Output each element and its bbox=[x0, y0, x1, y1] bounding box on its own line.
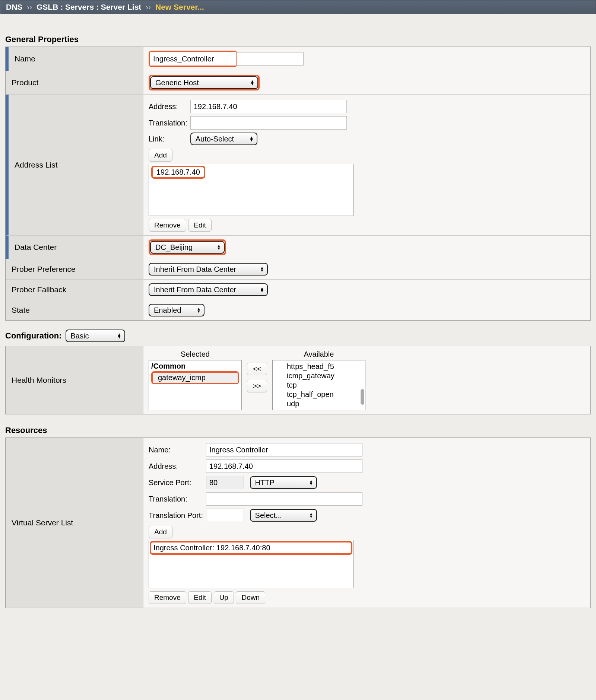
vs-port-proto-select[interactable]: HTTP ▲▼ bbox=[250, 476, 317, 489]
config-mode-value: Basic bbox=[71, 332, 89, 340]
section-title-config: Configuration: bbox=[5, 331, 62, 341]
section-title-general: General Properties bbox=[5, 35, 591, 44]
available-monitor-item[interactable]: tcp bbox=[285, 381, 363, 390]
updown-icon: ▲▼ bbox=[260, 287, 264, 292]
vs-address-label: Address: bbox=[149, 458, 206, 474]
proberfb-select[interactable]: Inherit From Data Center ▲▼ bbox=[149, 283, 268, 296]
vs-translation-input[interactable] bbox=[206, 492, 362, 506]
breadcrumb-root[interactable]: DNS bbox=[6, 3, 22, 11]
health-monitors-label: Health Monitors bbox=[6, 346, 143, 414]
move-left-button[interactable]: << bbox=[247, 363, 267, 375]
address-edit-button[interactable]: Edit bbox=[188, 219, 212, 232]
available-monitor-item[interactable]: icmp_gateway bbox=[285, 371, 363, 381]
address-list-item[interactable]: 192.168.7.40 bbox=[155, 168, 202, 176]
product-label: Product bbox=[6, 71, 143, 94]
vs-add-button[interactable]: Add bbox=[149, 526, 172, 538]
name-label: Name bbox=[9, 47, 143, 71]
address-listbox[interactable]: 192.168.7.40 bbox=[149, 164, 354, 216]
updown-icon: ▲▼ bbox=[117, 333, 121, 338]
move-right-button[interactable]: >> bbox=[247, 380, 267, 392]
link-select-value: Auto-Select bbox=[196, 135, 234, 143]
section-title-resources: Resources bbox=[5, 426, 591, 435]
vs-list-item[interactable]: Ingress Controller: 192.168.7.40:80 bbox=[151, 542, 351, 553]
proberpref-select[interactable]: Inherit From Data Center ▲▼ bbox=[149, 263, 268, 276]
breadcrumb-sep: ›› bbox=[146, 3, 151, 11]
address-sublabel: Address: bbox=[149, 98, 190, 115]
available-monitor-item[interactable]: udp bbox=[285, 399, 363, 408]
link-select[interactable]: Auto-Select ▲▼ bbox=[190, 133, 257, 145]
address-input[interactable] bbox=[190, 100, 347, 113]
breadcrumb-sep: ›› bbox=[27, 3, 32, 11]
translation-sublabel: Translation: bbox=[149, 115, 190, 131]
name-input[interactable] bbox=[150, 52, 236, 66]
proberfb-label: Prober Fallback bbox=[6, 280, 143, 300]
vs-name-label: Name: bbox=[149, 442, 206, 458]
vs-port-label: Service Port: bbox=[149, 474, 206, 491]
name-input-ext[interactable] bbox=[237, 52, 304, 66]
updown-icon: ▲▼ bbox=[260, 267, 264, 272]
vs-listbox[interactable]: Ingress Controller: 192.168.7.40:80 bbox=[149, 540, 354, 588]
vs-translation-label: Translation: bbox=[149, 491, 206, 507]
available-monitor-item[interactable]: tcp_half_open bbox=[285, 390, 363, 399]
selected-heading: Selected bbox=[149, 350, 242, 360]
general-panel: Name Product Generic Host ▲▼ Address Lis… bbox=[5, 47, 591, 321]
breadcrumb-current: New Server... bbox=[155, 3, 204, 11]
selected-monitor-item[interactable]: gateway_icmp bbox=[153, 373, 238, 383]
available-monitor-item[interactable]: https_head_f5 bbox=[285, 362, 363, 371]
updown-icon: ▲▼ bbox=[250, 136, 254, 141]
link-sublabel: Link: bbox=[149, 131, 190, 147]
datacenter-select-value: DC_Beijing bbox=[155, 243, 193, 252]
proberpref-label: Prober Preference bbox=[6, 259, 143, 279]
vs-down-button[interactable]: Down bbox=[236, 591, 265, 604]
resources-panel: Virtual Server List Name: Address: Servi… bbox=[5, 438, 591, 608]
vs-tport-label: Translation Port: bbox=[149, 507, 206, 524]
updown-icon: ▲▼ bbox=[217, 245, 221, 250]
vs-edit-button[interactable]: Edit bbox=[188, 591, 212, 604]
breadcrumb-path[interactable]: GSLB : Servers : Server List bbox=[37, 3, 141, 11]
selected-group-header: /Common bbox=[151, 362, 239, 370]
addresslist-label: Address List bbox=[9, 95, 143, 235]
state-label: State bbox=[6, 300, 143, 320]
vslist-label: Virtual Server List bbox=[6, 438, 143, 608]
vs-port-input[interactable] bbox=[206, 476, 244, 489]
vs-up-button[interactable]: Up bbox=[214, 591, 234, 604]
translation-input[interactable] bbox=[190, 116, 347, 130]
updown-icon: ▲▼ bbox=[197, 308, 201, 313]
state-select[interactable]: Enabled ▲▼ bbox=[149, 304, 205, 316]
vs-name-input[interactable] bbox=[206, 443, 362, 456]
address-add-button[interactable]: Add bbox=[149, 149, 172, 162]
vs-address-input[interactable] bbox=[206, 459, 362, 473]
state-select-value: Enabled bbox=[154, 306, 181, 315]
vs-remove-button[interactable]: Remove bbox=[149, 591, 186, 604]
breadcrumb: DNS ›› GSLB : Servers : Server List ›› N… bbox=[0, 0, 596, 14]
datacenter-select[interactable]: DC_Beijing ▲▼ bbox=[150, 241, 225, 254]
address-remove-button[interactable]: Remove bbox=[149, 219, 186, 232]
available-heading: Available bbox=[272, 350, 365, 360]
updown-icon: ▲▼ bbox=[309, 513, 313, 518]
available-monitors-listbox[interactable]: https_head_f5 icmp_gateway tcp tcp_half_… bbox=[272, 360, 365, 410]
config-mode-select[interactable]: Basic ▲▼ bbox=[66, 330, 125, 342]
vs-port-proto-value: HTTP bbox=[255, 478, 275, 487]
config-panel: Health Monitors Selected /Common gateway… bbox=[5, 346, 591, 414]
updown-icon: ▲▼ bbox=[309, 480, 313, 485]
vs-tport-input[interactable] bbox=[206, 509, 244, 522]
vs-tport-select[interactable]: Select... ▲▼ bbox=[250, 509, 317, 522]
proberfb-select-value: Inherit From Data Center bbox=[154, 286, 236, 294]
product-select-value: Generic Host bbox=[155, 79, 199, 87]
proberpref-select-value: Inherit From Data Center bbox=[154, 265, 236, 274]
updown-icon: ▲▼ bbox=[250, 80, 254, 85]
selected-monitors-listbox[interactable]: /Common gateway_icmp bbox=[149, 360, 242, 410]
product-select[interactable]: Generic Host ▲▼ bbox=[150, 76, 258, 89]
datacenter-label: Data Center bbox=[9, 236, 143, 259]
vs-tport-select-value: Select... bbox=[255, 511, 282, 520]
